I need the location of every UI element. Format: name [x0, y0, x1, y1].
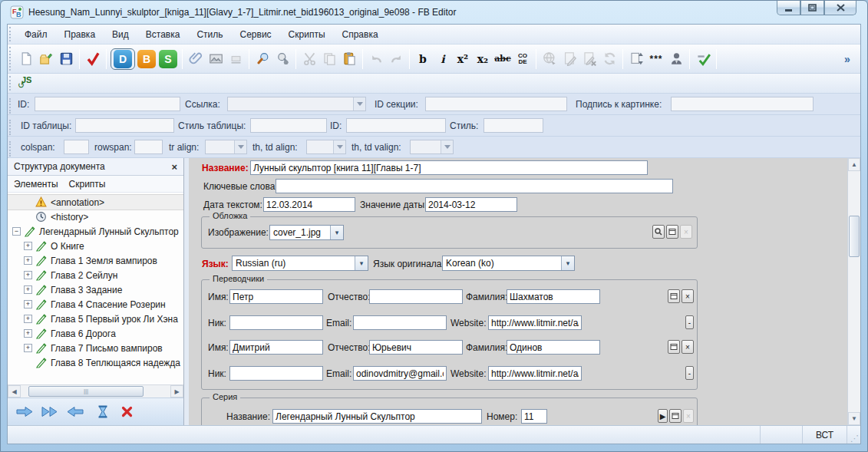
translator-middle-name-input[interactable] — [369, 289, 463, 304]
expand-icon[interactable]: + — [24, 271, 32, 279]
series-number-input[interactable] — [521, 409, 547, 424]
tree-item[interactable]: +Глава 4 Спасение Розерин — [8, 297, 183, 312]
open-series-window-button[interactable] — [669, 409, 682, 423]
menu-item[interactable]: Справка — [334, 26, 387, 43]
chevron-down-icon[interactable] — [330, 226, 343, 239]
tree-item[interactable]: +Глава 2 Сейлун — [8, 268, 183, 282]
scrollbar-thumb[interactable] — [849, 216, 860, 257]
spellcheck-icon[interactable] — [693, 48, 713, 70]
new-document-icon[interactable] — [16, 48, 36, 70]
image-caption-input[interactable] — [671, 97, 814, 111]
open-document-icon[interactable] — [36, 48, 56, 70]
paste-icon[interactable] — [339, 48, 359, 70]
scroll-left-icon[interactable]: ◀ — [8, 385, 21, 398]
chevron-down-icon[interactable] — [234, 140, 246, 153]
toolbar-grip[interactable] — [9, 120, 13, 135]
translator-website-input[interactable] — [488, 315, 582, 330]
undo-icon[interactable] — [366, 48, 386, 70]
chevron-down-icon[interactable] — [333, 140, 345, 153]
chevron-down-icon[interactable] — [441, 140, 453, 153]
translator-last-name-input[interactable] — [507, 340, 600, 355]
scrollbar-track[interactable] — [848, 171, 860, 412]
validate-icon[interactable] — [83, 48, 103, 70]
tree-item[interactable]: +Глава 1 Земля вампиров — [8, 253, 183, 268]
translator-nick-input[interactable] — [229, 315, 323, 330]
scroll-up-icon[interactable]: ▲ — [848, 158, 860, 171]
bold-icon[interactable]: b — [413, 48, 433, 70]
restore-button[interactable] — [800, 1, 824, 15]
move-forward-button[interactable] — [15, 406, 34, 417]
menu-item[interactable]: Стиль — [188, 26, 231, 43]
collapse-contact-button[interactable]: - — [685, 315, 694, 329]
toolbar-grip[interactable] — [9, 141, 13, 157]
delete-button[interactable] — [121, 406, 133, 417]
password-icon[interactable]: *** — [646, 48, 666, 70]
translator-middle-name-input[interactable] — [369, 340, 463, 355]
scroll-down-icon[interactable]: ▼ — [848, 412, 860, 425]
redo-icon[interactable] — [386, 48, 406, 70]
move-fast-forward-button[interactable] — [41, 406, 59, 417]
expand-icon[interactable]: + — [24, 242, 32, 250]
run-script-icon[interactable]: JS ↺ — [16, 75, 36, 92]
expand-icon[interactable]: + — [24, 315, 32, 323]
translator-email-input[interactable] — [353, 315, 447, 330]
scrollbar-thumb[interactable] — [28, 386, 144, 397]
expand-icon[interactable]: + — [24, 285, 32, 294]
delete-description-icon[interactable] — [579, 48, 599, 70]
tree-item[interactable]: +Глава 7 Письмо вампиров — [8, 341, 183, 355]
italic-icon[interactable]: i — [433, 48, 453, 70]
tree-item[interactable]: <annotation> — [8, 195, 183, 210]
tree-item[interactable]: +Глава 5 Первый урок Ли Хэна — [8, 312, 183, 326]
subscript-icon[interactable]: x₂ — [473, 48, 493, 70]
move-back-button[interactable] — [66, 406, 84, 417]
chevron-down-icon[interactable] — [353, 97, 365, 111]
hourglass-button[interactable] — [97, 405, 108, 418]
tree-item[interactable]: <history> — [8, 210, 183, 224]
menu-item[interactable]: Вставка — [137, 26, 189, 43]
remove-cover-button[interactable]: × — [680, 225, 692, 239]
translator-email-input[interactable] — [353, 366, 447, 381]
code-icon[interactable]: CODE — [513, 48, 533, 70]
link-combobox[interactable] — [227, 97, 366, 111]
tab-scripts[interactable]: Скрипты — [69, 179, 106, 190]
toolbar-grip[interactable] — [9, 76, 13, 91]
tree-item[interactable]: +Глава 6 Дорога — [8, 326, 183, 341]
tree-item[interactable]: +О Книге — [8, 239, 183, 253]
th-td-align-combobox[interactable] — [306, 140, 346, 154]
rowspan-input[interactable] — [134, 140, 163, 154]
source-language-combobox[interactable]: Korean (ko) — [442, 256, 575, 271]
remove-translator-button[interactable]: × — [682, 289, 694, 303]
title-bar[interactable]: FB Heesung_Nam_Lunnyi_skulptor_[kniga_11… — [1, 1, 867, 24]
save-icon[interactable] — [56, 48, 76, 70]
tree-item[interactable]: +Глава 3 Задание — [8, 282, 183, 297]
remove-translator-button[interactable]: × — [682, 340, 694, 354]
cell-id-input[interactable] — [346, 118, 446, 133]
mode-source-button[interactable]: S — [159, 50, 177, 68]
link-icon[interactable] — [540, 48, 559, 70]
toolbar-grip[interactable] — [9, 47, 13, 71]
tab-elements[interactable]: Элементы — [14, 179, 58, 190]
tr-align-combobox[interactable] — [205, 140, 247, 154]
translator-nick-input[interactable] — [229, 366, 323, 381]
menu-item[interactable]: Правка — [56, 26, 104, 43]
tree-item[interactable]: Глава 8 Теплющаяся надежда — [8, 355, 183, 370]
cover-image-combobox[interactable]: cover_1.jpg — [269, 225, 344, 240]
expand-icon[interactable]: + — [24, 300, 32, 308]
section-id-input[interactable] — [425, 97, 567, 111]
translator-first-name-input[interactable] — [229, 340, 323, 355]
author-icon[interactable] — [666, 48, 686, 70]
date-text-input[interactable] — [263, 197, 355, 212]
colspan-input[interactable] — [64, 140, 89, 154]
close-button[interactable] — [824, 1, 856, 15]
attach-binary-icon[interactable] — [186, 48, 206, 70]
close-panel-icon[interactable]: × — [171, 161, 177, 173]
tree-item[interactable]: −Легендарный Лунный Скульптор — [8, 224, 183, 239]
collapse-icon[interactable]: − — [12, 227, 21, 236]
strikethrough-icon[interactable]: abc — [493, 48, 513, 70]
expand-icon[interactable]: + — [24, 344, 32, 352]
translator-first-name-input[interactable] — [229, 289, 323, 304]
replace-icon[interactable] — [272, 48, 292, 70]
translator-last-name-input[interactable] — [507, 289, 600, 304]
open-cover-window-button[interactable] — [666, 225, 678, 239]
superscript-icon[interactable]: x² — [453, 48, 473, 70]
